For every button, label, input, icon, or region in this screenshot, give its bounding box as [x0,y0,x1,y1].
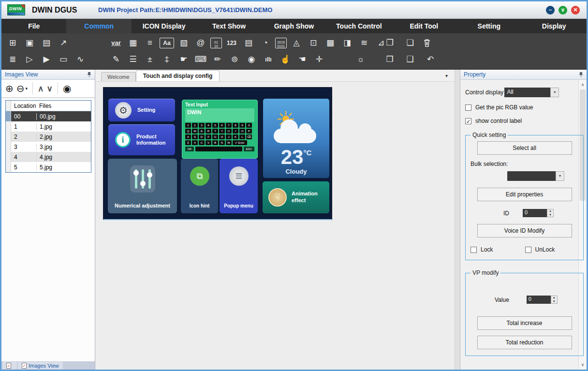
menu-display[interactable]: Display [522,19,587,33]
gesture-slide-icon[interactable]: ☝ [278,53,293,66]
table-row[interactable]: 0000.jpg [6,111,91,121]
value-spinner[interactable]: ▲▼ [551,296,558,304]
touch-action-icon[interactable]: ☛ [176,53,191,66]
touch-config-icon[interactable]: ⊡ [306,37,321,49]
key[interactable]: N [219,140,225,145]
key[interactable]: K [233,134,238,139]
table-row[interactable]: 22.jpg [6,132,91,142]
key[interactable]: W [192,129,198,134]
key[interactable]: Z [185,140,191,145]
lock-checkbox[interactable] [470,247,477,253]
paste-icon[interactable]: ❏ [403,37,417,49]
key[interactable]: 9 [239,123,245,128]
data-sliders-icon[interactable]: ≡ [143,37,157,49]
popup-menu-tile[interactable]: ≣ Popup menu [220,159,258,213]
key[interactable]: G [212,134,218,139]
get-rgb-checkbox[interactable] [465,104,471,111]
dock-tab-hidden[interactable]: ✓ [2,362,17,369]
slider-adjust-icon[interactable]: ‡ [160,53,174,66]
key[interactable]: S [192,134,198,139]
numerical-adjustment-tile[interactable]: Numerical adjustment [108,159,177,213]
esc-key[interactable]: ESC [244,147,254,151]
tab-touch-display-config[interactable]: Touch and display config [136,70,220,81]
tab-welcome[interactable]: Welcome [101,72,136,81]
text-edit-icon[interactable]: ✎ [109,53,123,66]
bulk-selection-caret-icon[interactable]: ▾ [556,171,564,181]
key[interactable]: X [192,140,198,145]
bulk-selection-select[interactable] [507,171,556,181]
pin-icon[interactable] [579,72,583,77]
print-icon[interactable]: ▤ [39,37,54,49]
menu-common[interactable]: Common [66,19,131,33]
unlock-checkbox[interactable] [525,247,531,253]
key[interactable]: Y [219,129,225,134]
menu-list-icon[interactable]: ☰ [126,53,140,66]
total-increase-button[interactable]: Total increase [477,316,572,330]
data-record-icon[interactable]: ≋ [357,37,371,49]
screen-preview-icon[interactable]: ▭ [56,53,71,66]
key[interactable]: A [185,134,191,139]
key[interactable]: P [246,129,252,134]
brightness-icon[interactable]: ☼ [353,53,368,66]
audio-wave-icon[interactable]: ıllı [261,53,276,66]
video-preview-icon[interactable]: ▶ [39,53,54,66]
key[interactable]: M [226,140,232,145]
remove-image-button[interactable]: ⊖ [16,84,25,93]
image-display-icon[interactable]: ▧ [176,37,191,49]
text-scroll-icon[interactable]: ▤ [241,37,256,49]
preview-eye-button[interactable]: ◉ [63,84,71,93]
scroll-up-icon[interactable]: ∧ [579,81,587,89]
control-display-caret-icon[interactable]: ▾ [550,88,559,97]
key[interactable]: D [199,134,205,139]
table-row[interactable]: 55.jpg [6,162,91,172]
menu-graph-show[interactable]: Graph Show [262,19,326,33]
close-button[interactable]: ✕ [571,6,580,15]
panel-splitter[interactable] [455,70,460,370]
product-info-tile[interactable]: i Product Information [108,124,175,155]
increment-adjust-icon[interactable]: ± [143,53,157,66]
text-input-field[interactable]: DWIN [185,108,254,122]
undo-icon[interactable]: ↶ [423,53,438,66]
key[interactable]: 5 [212,123,218,128]
menu-touch-control[interactable]: Touch Control [326,19,391,33]
clock-display-icon[interactable]: ◔ [258,37,273,49]
remove-caret-icon[interactable]: ▾ [26,87,28,91]
table-row[interactable]: 44.jpg [6,152,91,162]
voice-id-modify-button[interactable]: Voice ID Modify [477,224,572,237]
select-all-button[interactable]: Select all [477,141,572,155]
key[interactable]: 8 [233,123,238,128]
key[interactable]: U [226,129,232,134]
bit-variable-icon[interactable]: 01 10 [210,38,222,48]
keyboard-input-icon[interactable]: ⌨ [193,53,208,66]
find-document-icon[interactable]: ≣ [5,53,20,66]
pin-icon[interactable] [87,72,91,77]
key[interactable]: Q [185,129,191,134]
key[interactable]: 4 [206,123,211,128]
table-row[interactable]: 11.jpg [6,121,91,132]
weather-tile[interactable]: ☀ 23°C Cloudy [263,99,329,178]
copy-icon[interactable]: ❐ [382,37,397,49]
key[interactable]: O [239,129,245,134]
pencil-edit-icon[interactable]: ✏ [210,53,225,66]
curve-icon[interactable]: ∿ [73,53,88,66]
key[interactable]: ↵ Enter [233,140,247,145]
number-display-icon[interactable]: 123 [224,37,239,49]
key[interactable]: F [206,134,211,139]
page-preview-canvas[interactable]: ⚙ Setting i Product Information Text Inp… [103,87,332,220]
key[interactable]: 1 [185,123,191,128]
key[interactable]: L [239,134,245,139]
basic-graphic-icon[interactable]: ◬ [289,37,304,49]
pages-filled-icon[interactable]: ❒ [382,53,397,66]
menu-setting[interactable]: Setting [456,19,521,33]
icon-animation-icon[interactable]: ▦ [126,37,140,49]
edit-properties-button[interactable]: Edit properties [477,188,572,201]
animation-effect-tile[interactable]: ☟ Animation effect [263,181,329,213]
gesture-press-icon[interactable]: ☚ [295,53,309,66]
icon-hint-tile[interactable]: ⧉ Icon hint [181,159,218,213]
value-input[interactable]: 0 [527,296,551,304]
id-spinner[interactable]: ▲▼ [547,209,554,217]
key[interactable]: H [219,134,225,139]
menu-text-show[interactable]: Text Show [196,19,261,33]
pages-outline-icon[interactable]: ❑ [403,53,417,66]
menu-file[interactable]: File [1,19,66,33]
